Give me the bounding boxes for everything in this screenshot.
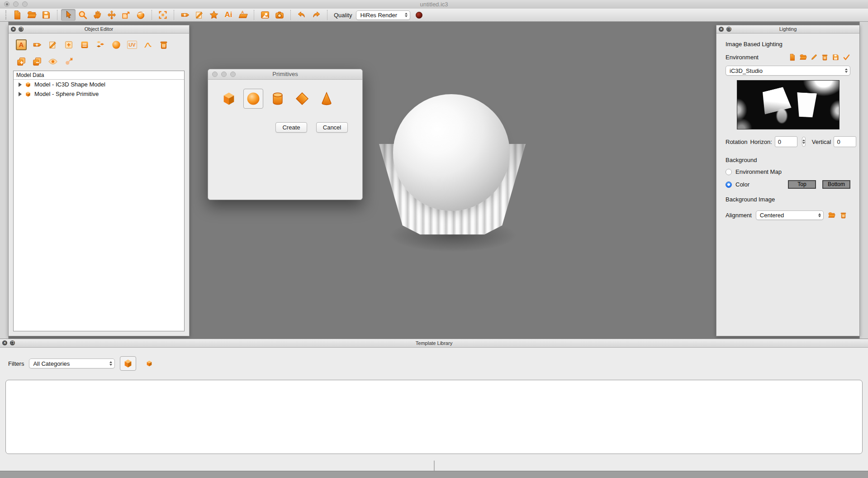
snapshot-button[interactable] bbox=[272, 9, 287, 21]
window-titlebar[interactable]: untitled.ic3 bbox=[0, 0, 868, 9]
create-button[interactable]: Create bbox=[275, 122, 307, 133]
filters-row: Filters All Categories bbox=[8, 356, 157, 371]
collapse-panel-icon[interactable]: ❐ bbox=[10, 340, 15, 345]
delete-object-button[interactable] bbox=[158, 39, 169, 50]
environment-value: iC3D_Studio bbox=[730, 67, 763, 74]
close-panel-icon[interactable]: ✕ bbox=[719, 27, 724, 32]
cylinder-primitive-button[interactable] bbox=[268, 89, 288, 109]
quality-select[interactable]: HiRes Render bbox=[356, 10, 410, 20]
fit-view-button[interactable] bbox=[156, 9, 170, 21]
open-background-image-icon[interactable] bbox=[828, 211, 835, 219]
horizontal-rotation-stepper[interactable] bbox=[802, 137, 806, 147]
color-radio[interactable] bbox=[726, 182, 732, 188]
zoom-window-icon[interactable] bbox=[22, 1, 28, 7]
curve-edit-button[interactable] bbox=[142, 39, 153, 50]
undo-button[interactable] bbox=[294, 9, 309, 21]
status-strip bbox=[0, 471, 868, 478]
background-image-heading: Background Image bbox=[726, 196, 850, 203]
object-editor-toolbar-row2 bbox=[9, 50, 189, 67]
add-label-button[interactable] bbox=[178, 9, 192, 21]
zoom-tool-button[interactable] bbox=[76, 9, 90, 21]
open-file-button[interactable] bbox=[24, 9, 39, 21]
environment-map-radio[interactable] bbox=[726, 169, 732, 175]
redo-button[interactable] bbox=[309, 9, 323, 21]
horizontal-rotation-input[interactable] bbox=[775, 136, 797, 147]
record-button[interactable] bbox=[416, 12, 422, 19]
panel-title: Object Editor bbox=[9, 25, 189, 33]
main-toolbar: Ai Quality HiRes Render bbox=[0, 9, 868, 22]
environment-label: Environment bbox=[726, 54, 759, 61]
close-panel-icon[interactable]: ✕ bbox=[2, 340, 7, 345]
sphere-primitive-button[interactable] bbox=[243, 89, 263, 109]
add-panel-button[interactable] bbox=[63, 39, 74, 50]
panel-window-buttons: ✕ ❐ bbox=[2, 340, 15, 345]
panel-title: Template Library bbox=[0, 339, 868, 347]
bottom-color-button[interactable]: Bottom bbox=[822, 180, 850, 189]
category-filter-select[interactable]: All Categories bbox=[29, 358, 115, 368]
apply-environment-icon[interactable] bbox=[843, 53, 850, 61]
add-layer-button[interactable] bbox=[16, 56, 27, 67]
model-tree-item-model-ic3d-shape-model[interactable]: Model - IC3D Shape Model bbox=[14, 80, 184, 89]
remove-layer-button[interactable] bbox=[32, 56, 43, 67]
dialog-zoom-icon[interactable] bbox=[230, 72, 236, 77]
collapse-panel-icon[interactable]: ❐ bbox=[726, 27, 731, 32]
delete-environment-icon[interactable] bbox=[821, 53, 829, 61]
duplicate-model-button[interactable] bbox=[95, 39, 106, 50]
panel-window-buttons: ✕ ❐ bbox=[719, 27, 731, 32]
edit-environment-icon[interactable] bbox=[810, 53, 818, 61]
export-image-button[interactable] bbox=[258, 9, 272, 21]
close-window-icon[interactable] bbox=[4, 1, 9, 7]
visibility-button[interactable] bbox=[47, 56, 58, 67]
template-library-header[interactable]: ✕ ❐ Template Library bbox=[0, 339, 868, 348]
effects-button[interactable] bbox=[207, 9, 221, 21]
environment-select[interactable]: iC3D_Studio bbox=[726, 66, 850, 76]
primitives-dialog-header[interactable]: Primitives bbox=[208, 69, 362, 80]
top-color-button[interactable]: Top bbox=[788, 180, 816, 189]
save-environment-icon[interactable] bbox=[832, 53, 840, 61]
new-environment-icon[interactable] bbox=[788, 53, 796, 61]
object-editor-toolbar-row1: A UV bbox=[9, 33, 189, 50]
list-view-button[interactable] bbox=[79, 39, 90, 50]
pin-object-button[interactable] bbox=[63, 56, 74, 67]
alignment-value: Centered bbox=[760, 212, 784, 219]
vertical-rotation-input[interactable] bbox=[834, 136, 856, 147]
sphere-primitive-model[interactable] bbox=[393, 94, 510, 211]
open-environment-icon[interactable] bbox=[799, 53, 807, 61]
dialog-close-icon[interactable] bbox=[212, 72, 218, 77]
expand-arrow-icon[interactable] bbox=[19, 82, 22, 87]
artwork-mode-button[interactable]: A bbox=[16, 39, 27, 50]
quality-label: Quality bbox=[334, 12, 352, 19]
edit-artwork-button[interactable] bbox=[192, 9, 207, 21]
save-file-button[interactable] bbox=[39, 9, 53, 21]
edit-label-button[interactable] bbox=[47, 39, 58, 50]
alignment-select[interactable]: Centered bbox=[756, 210, 824, 220]
uv-mapping-button[interactable]: UV bbox=[127, 39, 138, 50]
plane-primitive-button[interactable] bbox=[292, 89, 312, 109]
select-chevrons-icon bbox=[815, 213, 821, 218]
add-label-button[interactable] bbox=[32, 39, 43, 50]
right-dock-strip bbox=[859, 22, 868, 339]
cancel-button[interactable]: Cancel bbox=[316, 122, 348, 133]
lighting-panel-header[interactable]: ✕ ❐ Lighting bbox=[716, 25, 859, 33]
orbit-tool-button[interactable] bbox=[133, 9, 148, 21]
collapse-panel-icon[interactable]: ❐ bbox=[19, 27, 24, 32]
import-artwork-button[interactable] bbox=[236, 9, 250, 21]
new-document-button[interactable] bbox=[10, 9, 24, 21]
cube-primitive-button[interactable] bbox=[219, 89, 239, 109]
transform-tool-button[interactable] bbox=[119, 9, 133, 21]
material-sphere-button[interactable] bbox=[111, 39, 122, 50]
minimize-window-icon[interactable] bbox=[13, 1, 19, 7]
cone-primitive-button[interactable] bbox=[317, 89, 337, 109]
select-tool-button[interactable] bbox=[61, 9, 76, 21]
pan-tool-button[interactable] bbox=[90, 9, 104, 21]
adobe-illustrator-button[interactable]: Ai bbox=[221, 9, 236, 21]
close-panel-icon[interactable]: ✕ bbox=[11, 27, 16, 32]
dialog-minimize-icon[interactable] bbox=[221, 72, 227, 77]
large-icons-view-button[interactable] bbox=[120, 356, 136, 371]
small-icons-view-button[interactable] bbox=[141, 356, 157, 371]
delete-background-image-icon[interactable] bbox=[840, 211, 847, 219]
model-tree-item-model-sphere-primitive[interactable]: Model - Sphere Primitive bbox=[14, 89, 184, 99]
move-tool-button[interactable] bbox=[104, 9, 119, 21]
expand-arrow-icon[interactable] bbox=[19, 92, 22, 96]
object-editor-header[interactable]: ✕ ❐ Object Editor bbox=[9, 25, 189, 33]
